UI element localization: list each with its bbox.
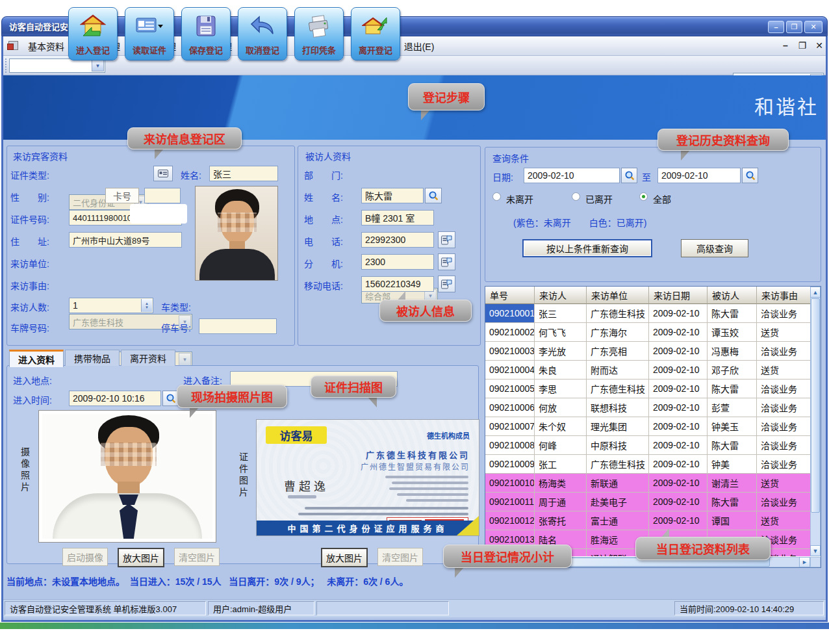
table-cell[interactable]: 广东德生科技: [587, 380, 649, 398]
column-header[interactable]: 来访日期: [649, 287, 708, 304]
visitor-count-stepper[interactable]: 1▲▼: [69, 298, 153, 313]
table-cell[interactable]: 周于通: [535, 493, 587, 511]
table-cell[interactable]: 杨海类: [535, 474, 587, 493]
save-register-button[interactable]: 保存登记: [181, 7, 231, 60]
table-cell[interactable]: 2009-02-10: [649, 398, 708, 417]
parking-input[interactable]: [199, 318, 277, 334]
table-row[interactable]: 090210011周于通赴美电子2009-02-10陈大雷洽谈业务: [485, 493, 811, 511]
mdi-restore-icon[interactable]: ❐: [795, 40, 810, 51]
date-from-picker-button[interactable]: [621, 168, 637, 183]
requery-button[interactable]: 按以上条件重新查询: [522, 239, 652, 257]
table-row[interactable]: 090210005李思广东德生科技2009-02-10陈大雷洽谈业务: [485, 380, 811, 398]
table-cell[interactable]: 090210003: [485, 342, 535, 361]
table-cell[interactable]: 090210011: [485, 493, 535, 511]
toolbar-grip[interactable]: [5, 58, 7, 73]
chevron-down-icon[interactable]: [92, 60, 104, 71]
toolbar-combobox[interactable]: [9, 58, 105, 73]
table-cell[interactable]: 洽谈业务: [757, 304, 811, 323]
table-row[interactable]: 090210002何飞飞广东海尔2009-02-10谭玉姣送货: [485, 323, 811, 342]
print-slip-button[interactable]: 打印凭条: [294, 7, 344, 60]
table-row[interactable]: 090210007朱个奴理光集团2009-02-10钟美玉洽谈业务: [485, 417, 811, 436]
tab-2[interactable]: 离开资料: [121, 350, 175, 366]
table-cell[interactable]: 富士通: [587, 511, 649, 530]
table-row[interactable]: 090210003李光放广东亮相2009-02-10冯惠梅洽谈业务: [485, 342, 811, 361]
vscroll-thumb[interactable]: [811, 298, 820, 513]
table-cell[interactable]: 090210008: [485, 436, 535, 455]
card-reader-button[interactable]: [153, 166, 173, 181]
table-cell[interactable]: 2009-02-10: [649, 493, 708, 511]
table-cell[interactable]: 2009-02-10: [649, 342, 708, 361]
table-cell[interactable]: 2009-02-10: [649, 474, 708, 493]
table-cell[interactable]: 洽谈业务: [757, 436, 811, 455]
table-row[interactable]: 090210001张三广东德生科技2009-02-10陈大雷洽谈业务: [485, 304, 811, 323]
table-cell[interactable]: 洽谈业务: [757, 342, 811, 361]
close-icon[interactable]: ✕: [804, 21, 823, 33]
table-row[interactable]: 090210012张寄托富士通2009-02-10谭国送货: [485, 511, 811, 530]
table-cell[interactable]: 洽谈业务: [757, 398, 811, 417]
table-row[interactable]: 090210006何放联想科技2009-02-10彭萱洽谈业务: [485, 398, 811, 417]
table-cell[interactable]: 2009-02-10: [649, 511, 708, 530]
visitor-name-input[interactable]: 张三: [209, 166, 278, 181]
mdi-close-icon[interactable]: ✕: [812, 40, 826, 51]
menu-item[interactable]: 基本资料: [28, 40, 64, 53]
scroll-down-icon[interactable]: ▼: [810, 545, 821, 556]
table-cell[interactable]: 090210006: [485, 398, 535, 417]
cancel-register-button[interactable]: 取消登记: [238, 7, 287, 60]
radio-all[interactable]: [639, 192, 648, 201]
location-input[interactable]: B幢 2301 室: [361, 210, 434, 225]
radio-not-left[interactable]: [492, 192, 501, 201]
table-cell[interactable]: 张寄托: [535, 511, 587, 530]
table-cell[interactable]: 钟美: [708, 455, 757, 474]
table-cell[interactable]: 陈大雷: [708, 436, 757, 455]
table-cell[interactable]: 2009-02-10: [649, 417, 708, 436]
entry-time-input[interactable]: 2009-02-10 10:16: [69, 391, 161, 406]
dial-phone-button[interactable]: [438, 231, 455, 248]
table-cell[interactable]: 李光放: [535, 342, 587, 361]
mdi-minimize-icon[interactable]: –: [778, 40, 793, 51]
mobile-input[interactable]: 15602210349: [361, 276, 434, 292]
table-cell[interactable]: 朱良: [535, 361, 587, 380]
scroll-right-icon[interactable]: ►: [799, 557, 810, 567]
table-cell[interactable]: 洽谈业务: [757, 380, 811, 398]
table-cell[interactable]: 何放: [535, 398, 587, 417]
table-cell[interactable]: 送货: [757, 361, 811, 380]
camera-button-0[interactable]: 启动摄像: [62, 548, 108, 566]
leave-register-button[interactable]: 离开登记: [351, 7, 400, 60]
minimize-icon[interactable]: –: [768, 21, 784, 33]
table-cell[interactable]: 洽谈业务: [757, 455, 811, 474]
table-cell[interactable]: 何峰: [535, 436, 587, 455]
table-row[interactable]: 090210009张工广东德生科技2009-02-10钟美洽谈业务: [485, 455, 811, 474]
tab-1[interactable]: 携带物品: [65, 350, 120, 366]
table-cell[interactable]: 广东德生科技: [587, 304, 649, 323]
spinner-arrows-icon[interactable]: ▲▼: [141, 299, 152, 312]
advanced-query-button[interactable]: 高级查询: [681, 239, 748, 257]
table-cell[interactable]: 送货: [757, 323, 811, 342]
table-cell[interactable]: 090210009: [485, 455, 535, 474]
table-row[interactable]: 090210008何峰中原科技2009-02-10陈大雷洽谈业务: [485, 436, 811, 455]
table-cell[interactable]: 2009-02-10: [649, 380, 708, 398]
table-cell[interactable]: 洽谈业务: [757, 417, 811, 436]
table-cell[interactable]: 张三: [535, 304, 587, 323]
table-cell[interactable]: 广东海尔: [587, 323, 649, 342]
id-image-button-1[interactable]: 清空图片: [377, 548, 423, 566]
restore-icon[interactable]: ❐: [786, 21, 802, 33]
table-cell[interactable]: 陈大雷: [708, 304, 757, 323]
table-cell[interactable]: 090210001: [485, 304, 535, 323]
column-header[interactable]: 被访人: [708, 287, 757, 304]
read-id-button[interactable]: 读取证件: [125, 7, 174, 60]
table-cell[interactable]: 新联通: [587, 474, 649, 493]
table-cell[interactable]: 2009-02-10: [649, 361, 708, 380]
camera-button-2[interactable]: 清空图片: [174, 548, 220, 566]
table-cell[interactable]: 090210012: [485, 511, 535, 530]
table-row[interactable]: 090210004朱良附而达2009-02-10邓子欣送货: [485, 361, 811, 380]
table-cell[interactable]: 谭玉姣: [708, 323, 757, 342]
table-cell[interactable]: 钟美玉: [708, 417, 757, 436]
table-cell[interactable]: 送货: [757, 474, 811, 493]
dial-mobile-button[interactable]: [438, 276, 455, 292]
table-cell[interactable]: 理光集团: [587, 417, 649, 436]
camera-button-1[interactable]: 放大图片: [118, 548, 164, 567]
table-cell[interactable]: 090210010: [485, 474, 535, 493]
column-header[interactable]: 来访人: [535, 287, 587, 304]
table-cell[interactable]: 2009-02-10: [649, 323, 708, 342]
card-number-button[interactable]: 卡号: [105, 188, 139, 203]
